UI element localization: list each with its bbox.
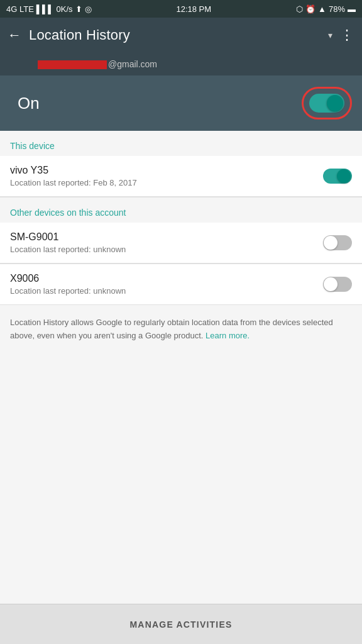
device-info-0: SM-G9001 Location last reported: unknown: [10, 231, 126, 254]
toolbar: ← Location History ▾ ⋮ @gmail.com: [0, 18, 362, 75]
status-time: 12:18 PM: [176, 4, 211, 14]
upload-icon: ⬆: [75, 4, 82, 14]
data-speed: 0K/s: [56, 4, 72, 14]
this-device-item: vivo Y35 Location last reported: Feb 8, …: [0, 156, 362, 197]
device-item-0: SM-G9001 Location last reported: unknown: [0, 223, 362, 264]
this-device-name: vivo Y35: [10, 165, 137, 176]
bluetooth-icon: ⬡: [296, 4, 303, 14]
toolbar-row2: @gmail.com: [8, 53, 354, 75]
device-location-1: Location last reported: unknown: [10, 286, 126, 296]
battery-label: 78%: [329, 4, 345, 14]
toolbar-row1: ← Location History ▾ ⋮: [8, 18, 354, 53]
this-device-info: vivo Y35 Location last reported: Feb 8, …: [10, 165, 137, 187]
more-options-button[interactable]: ⋮: [340, 27, 354, 43]
global-toggle-row: On: [0, 75, 362, 131]
learn-more-link[interactable]: Learn more.: [206, 331, 250, 340]
back-button[interactable]: ←: [8, 28, 21, 42]
account-email: @gmail.com: [38, 59, 157, 69]
location-icon: ◎: [85, 4, 92, 14]
global-toggle-switch[interactable]: [309, 94, 344, 113]
device-name-0: SM-G9001: [10, 231, 126, 243]
device-toggle-knob-0: [324, 236, 337, 250]
other-devices-header: Other devices on this account: [0, 197, 362, 223]
this-device-header: This device: [0, 131, 362, 156]
device-toggle-knob-1: [324, 277, 337, 291]
manage-activities-button[interactable]: MANAGE ACTIVITIES: [130, 619, 233, 630]
this-device-toggle-knob: [337, 169, 351, 183]
alarm-icon: ⏰: [305, 4, 315, 14]
global-toggle-wrapper: [309, 94, 344, 113]
global-toggle-label: On: [18, 94, 40, 113]
page-title: Location History: [29, 27, 321, 43]
device-location-0: Location last reported: unknown: [10, 245, 126, 254]
global-toggle-knob: [327, 95, 343, 111]
signal-icon: ▌▌▌: [36, 4, 54, 14]
network-label: 4G LTE: [6, 4, 34, 14]
status-left: 4G LTE ▌▌▌ 0K/s ⬆ ◎: [6, 4, 92, 14]
device-item-1: X9006 Location last reported: unknown: [0, 264, 362, 305]
battery-icon: ▬: [348, 4, 356, 14]
info-text: Location History allows Google to regula…: [0, 305, 362, 354]
wifi-icon: ▲: [318, 4, 326, 14]
status-bar: 4G LTE ▌▌▌ 0K/s ⬆ ◎ 12:18 PM ⬡ ⏰ ▲ 78% ▬: [0, 0, 362, 18]
device-toggle-0[interactable]: [323, 235, 352, 250]
device-info-1: X9006 Location last reported: unknown: [10, 273, 126, 296]
device-toggle-1[interactable]: [323, 277, 352, 292]
dropdown-button[interactable]: ▾: [328, 30, 332, 40]
content-area: This device vivo Y35 Location last repor…: [0, 131, 362, 604]
redacted-name: [38, 60, 107, 69]
bottom-bar: MANAGE ACTIVITIES: [0, 604, 362, 644]
status-right: ⬡ ⏰ ▲ 78% ▬: [296, 4, 356, 14]
device-name-1: X9006: [10, 273, 126, 284]
this-device-toggle[interactable]: [323, 169, 352, 184]
this-device-location: Location last reported: Feb 8, 2017: [10, 178, 137, 187]
